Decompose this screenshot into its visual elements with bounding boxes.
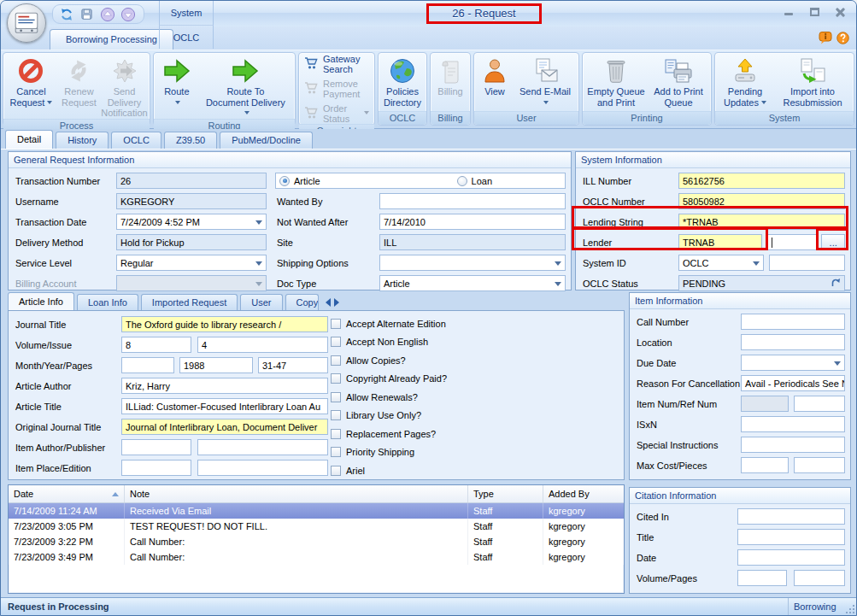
item-author-field[interactable] — [121, 439, 191, 455]
article-title-field[interactable]: ILLiad: Customer-Focused Interlibrary Lo… — [121, 398, 328, 414]
application-menu-button[interactable] — [7, 3, 46, 43]
article-author-field[interactable]: Kriz, Harry — [121, 378, 328, 394]
route-button[interactable]: Route — [156, 54, 198, 119]
info-icon[interactable] — [819, 32, 832, 46]
gateway-search-button[interactable]: Gateway Search — [304, 54, 369, 74]
item-edition-field[interactable] — [197, 460, 328, 476]
dropdown-arrow-icon[interactable] — [555, 261, 561, 269]
shipping-options-field[interactable] — [379, 255, 566, 271]
journal-title-field[interactable]: The Oxford guide to library research / — [121, 316, 328, 332]
menu-tab-oclc[interactable]: OCLC — [159, 25, 214, 49]
doc-type-field[interactable]: Article — [379, 275, 566, 291]
refresh-status-icon[interactable] — [831, 278, 841, 290]
accept-alternate-edition-checkbox[interactable] — [331, 319, 341, 329]
dropdown-arrow-icon[interactable] — [753, 261, 760, 269]
send-delivery-notification-button[interactable]: Send Delivery Notification — [101, 54, 148, 119]
location-field[interactable] — [741, 334, 845, 350]
library-use-only-checkbox[interactable] — [331, 410, 341, 420]
renew-request-button[interactable]: Renew Request — [57, 54, 101, 119]
reason-for-cancellation-field[interactable]: Avail - Periodicals See Not — [741, 375, 845, 391]
table-row[interactable]: 7/23/2009 3:22 PM Call Number: Staff kgr… — [9, 534, 624, 549]
pieces-field[interactable] — [794, 457, 845, 473]
column-header-added-by[interactable]: Added By — [543, 485, 624, 502]
call-number-field[interactable] — [741, 314, 845, 330]
replacement-pages-checkbox[interactable] — [331, 429, 341, 439]
tab-imported-request[interactable]: Imported Request — [141, 294, 238, 310]
column-header-note[interactable]: Note — [125, 485, 468, 502]
dropdown-arrow-icon[interactable] — [255, 261, 262, 269]
help-icon[interactable] — [836, 32, 849, 46]
citation-title-field[interactable] — [737, 529, 845, 545]
tab-detail[interactable]: Detail — [5, 130, 53, 149]
not-wanted-after-field[interactable]: 7/14/2010 — [379, 214, 566, 230]
ref-num-field[interactable] — [794, 396, 845, 412]
year-field[interactable]: 1988 — [179, 357, 253, 373]
dropdown-arrow-icon[interactable] — [555, 282, 561, 290]
tab-scroll-right-icon[interactable] — [334, 298, 343, 307]
citation-date-field[interactable] — [737, 549, 845, 566]
table-row[interactable]: 7/23/2009 3:05 PM TEST REQUEST! DO NOT F… — [9, 519, 624, 534]
resize-grip[interactable] — [846, 605, 854, 613]
due-date-field[interactable] — [741, 355, 845, 371]
column-header-date[interactable]: Date — [9, 485, 125, 502]
wanted-by-field[interactable] — [379, 193, 566, 209]
tab-oclc[interactable]: OCLC — [111, 132, 161, 149]
cited-in-field[interactable] — [737, 508, 845, 525]
tab-scroll-left-icon[interactable] — [321, 298, 331, 307]
max-cost-field[interactable] — [741, 457, 789, 473]
tab-copyright[interactable]: Copy — [285, 294, 320, 310]
citation-pages-field[interactable] — [794, 570, 845, 586]
copyright-already-paid-checkbox[interactable] — [331, 373, 341, 384]
volume-field[interactable]: 8 — [121, 337, 191, 353]
remove-payment-button[interactable]: Remove Payment — [304, 79, 369, 99]
tab-z3950[interactable]: Z39.50 — [164, 132, 217, 149]
order-status-button[interactable]: Order Status — [304, 103, 369, 124]
tab-history[interactable]: History — [56, 132, 109, 149]
allow-copies-checkbox[interactable] — [331, 355, 341, 366]
month-field[interactable] — [121, 357, 174, 373]
isxn-field[interactable] — [741, 416, 845, 432]
tab-loan-info[interactable]: Loan Info — [77, 294, 138, 310]
original-journal-title-field[interactable]: Journal of Interlibrary Loan, Document D… — [121, 419, 328, 435]
table-row[interactable]: 7/14/2009 11:24 AM Received Via Email St… — [9, 503, 624, 519]
pages-field[interactable]: 31-47 — [258, 357, 328, 373]
article-radio[interactable] — [279, 176, 290, 186]
import-into-resubmission-button[interactable]: Import into Resubmission — [773, 54, 852, 111]
lending-string-field[interactable]: *TRNAB — [678, 214, 845, 230]
lender-browse-button[interactable]: ... — [821, 234, 845, 250]
tab-borrowing-processing[interactable]: Borrowing Processing — [50, 29, 173, 50]
item-publisher-field[interactable] — [197, 439, 328, 455]
oclc-status-field[interactable]: PENDING — [678, 275, 845, 291]
maximize-button[interactable] — [808, 7, 820, 17]
site-field[interactable]: ILL — [379, 234, 566, 250]
tab-pubmed-docline[interactable]: PubMed/Docline — [220, 132, 313, 149]
system-id-field[interactable]: OCLC — [678, 255, 764, 271]
refresh-button[interactable] — [57, 6, 75, 22]
loan-radio[interactable] — [457, 176, 467, 186]
ill-number-field[interactable]: 56162756 — [678, 173, 845, 189]
pending-updates-button[interactable]: Pending Updates — [717, 54, 773, 111]
menu-tab-system[interactable]: System — [159, 1, 214, 25]
table-row[interactable]: 7/23/2009 3:49 PM Call Number: Staff kgr… — [9, 549, 624, 565]
billing-account-field[interactable] — [116, 275, 267, 291]
oclc-number-field[interactable]: 58050982 — [678, 193, 845, 209]
item-place-field[interactable] — [121, 460, 191, 476]
service-level-field[interactable]: Regular — [116, 255, 267, 271]
ariel-checkbox[interactable] — [331, 466, 341, 476]
transaction-date-field[interactable]: 7/24/2009 4:52 PM — [116, 214, 267, 230]
empty-queue-and-print-button[interactable]: Empty Queue and Print — [584, 54, 648, 111]
dropdown-arrow-icon[interactable] — [255, 220, 262, 228]
delivery-method-field[interactable]: Hold for Pickup — [116, 234, 267, 250]
view-user-button[interactable]: View — [476, 54, 514, 111]
previous-request-button[interactable] — [98, 6, 116, 22]
allow-renewals-checkbox[interactable] — [331, 392, 341, 402]
send-email-button[interactable]: Send E-Mail — [514, 54, 577, 111]
minimize-button[interactable] — [783, 7, 795, 17]
username-field[interactable]: KGREGORY — [116, 193, 267, 209]
system-id-extra-input[interactable] — [769, 255, 845, 271]
tab-user[interactable]: User — [240, 294, 282, 310]
citation-volume-field[interactable] — [737, 570, 787, 586]
close-button[interactable] — [834, 7, 846, 17]
add-to-print-queue-button[interactable]: Add to Print Queue — [648, 54, 709, 111]
issue-field[interactable]: 4 — [197, 337, 328, 353]
